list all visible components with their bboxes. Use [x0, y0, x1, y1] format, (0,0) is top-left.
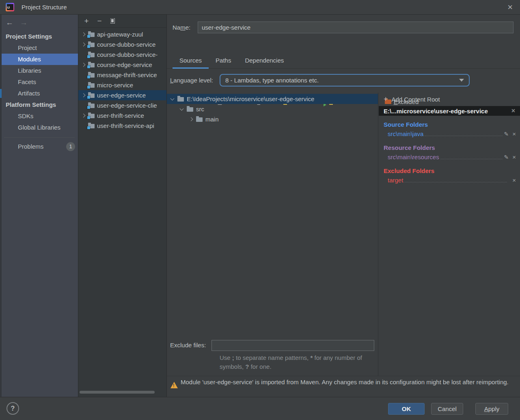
module-label: message-thrift-service — [97, 71, 157, 78]
chevron-right-icon[interactable] — [189, 117, 193, 121]
ok-button[interactable]: OK — [388, 403, 425, 415]
dotted-leader — [440, 159, 503, 159]
sidebar-item-facets[interactable]: Facets — [2, 76, 78, 88]
chevron-down-icon — [459, 79, 464, 82]
source-folders-heading: Source Folders — [384, 121, 516, 129]
edit-pencil-icon[interactable]: ✎ — [504, 154, 509, 160]
sidebar-item-libraries[interactable]: Libraries — [2, 65, 78, 76]
folder-icon — [187, 107, 193, 112]
tab-paths[interactable]: Paths — [209, 54, 238, 68]
folder-icon — [196, 117, 203, 122]
module-list-panel: + − api-gateway-zuul course-dubbo-servic… — [78, 15, 167, 397]
tab-dependencies[interactable]: Dependencies — [238, 54, 291, 68]
module-icon — [88, 63, 95, 67]
exclude-files-label: Exclude files: — [170, 340, 206, 351]
module-label: api-gateway-zuul — [97, 31, 143, 38]
tree-row-label: main — [205, 116, 219, 123]
module-icon — [88, 43, 95, 47]
warning-icon — [170, 382, 178, 388]
maven-warning: Module 'user-edge-service' is imported f… — [167, 376, 520, 397]
source-folder-entry[interactable]: src\main\java ✎ × — [384, 129, 516, 139]
tree-row-main[interactable]: main — [167, 114, 378, 124]
add-content-root-button[interactable]: + Add Content Root — [379, 93, 520, 106]
module-icon — [88, 83, 95, 88]
excluded-folders-heading: Excluded Folders — [384, 167, 516, 175]
module-row[interactable]: user-edge-service-clie — [78, 100, 166, 110]
sidebar-item-modules[interactable]: Modules — [2, 54, 78, 65]
project-structure-dialog: Project Structure × ← → Project Settings… — [0, 0, 520, 420]
module-row-selected[interactable]: user-edge-service — [78, 90, 166, 100]
window-title: Project Structure — [22, 4, 67, 11]
sidebar-item-artifacts[interactable]: Artifacts — [2, 88, 78, 99]
module-row[interactable]: user-thrift-service — [78, 110, 166, 121]
remove-content-root-icon[interactable]: × — [511, 107, 515, 115]
resource-folders-heading: Resource Folders — [384, 144, 516, 152]
chevron-right-icon[interactable] — [82, 63, 86, 67]
language-level-value: 8 - Lambdas, type annotations etc. — [225, 77, 319, 84]
sidebar-item-project[interactable]: Project — [2, 42, 78, 54]
tree-row-label: src — [196, 106, 204, 113]
module-label: user-edge-service — [97, 92, 146, 99]
module-row[interactable]: course-dubbo-service- — [78, 50, 166, 60]
remove-folder-icon[interactable]: × — [512, 130, 516, 137]
content-root-path: E:\...microservice\user-edge-service — [384, 108, 488, 115]
module-row[interactable]: micro-service — [78, 80, 166, 90]
folder-path[interactable]: target — [388, 177, 403, 184]
module-row[interactable]: api-gateway-zuul — [78, 29, 166, 39]
tab-sources[interactable]: Sources — [173, 54, 209, 68]
section-header-project-settings: Project Settings — [2, 31, 78, 42]
chevron-right-icon[interactable] — [82, 93, 86, 97]
module-row[interactable]: message-thrift-service — [78, 70, 166, 80]
excluded-folder-entry[interactable]: target × — [384, 175, 516, 185]
edit-pencil-icon[interactable]: ✎ — [504, 131, 509, 137]
section-header-platform-settings: Platform Settings — [2, 99, 78, 110]
folder-path[interactable]: src\main\java — [388, 130, 423, 137]
module-editor: Name: Sources Paths Dependencies Languag… — [167, 15, 520, 397]
sidebar-divider — [4, 137, 75, 138]
module-label: course-dubbo-service- — [97, 51, 158, 58]
content-root-panel: + Add Content Root E:\...microservice\us… — [379, 93, 520, 376]
title-bar: Project Structure × — [0, 0, 520, 15]
sidebar-item-sdks[interactable]: SDKs — [2, 110, 78, 122]
chevron-down-icon[interactable] — [180, 106, 184, 110]
chevron-right-icon[interactable] — [82, 43, 86, 47]
remove-folder-icon[interactable]: × — [512, 177, 516, 184]
sidebar-item-global-libraries[interactable]: Global Libraries — [2, 122, 78, 133]
language-level-dropdown[interactable]: 8 - Lambdas, type annotations etc. — [220, 74, 470, 87]
tree-row-src[interactable]: src — [167, 104, 378, 114]
tab-bar: Sources Paths Dependencies — [167, 54, 520, 69]
forward-arrow-icon: → — [20, 18, 28, 27]
cancel-button[interactable]: Cancel — [431, 403, 463, 415]
tree-row-content-root[interactable]: E:\IdeaProjects\microservice\user-edge-s… — [167, 94, 378, 104]
chevron-right-icon[interactable] — [82, 32, 86, 37]
module-name-input[interactable] — [198, 22, 514, 33]
remove-folder-icon[interactable]: × — [512, 154, 516, 160]
module-icon — [88, 114, 95, 118]
back-arrow-icon[interactable]: ← — [6, 18, 13, 27]
help-button[interactable]: ? — [6, 402, 19, 415]
module-label: micro-service — [97, 82, 133, 89]
dotted-leader — [425, 136, 502, 136]
add-module-icon[interactable]: + — [83, 17, 90, 26]
copy-module-icon[interactable] — [110, 18, 115, 24]
source-tree-panel: E:\IdeaProjects\microservice\user-edge-s… — [167, 93, 378, 376]
module-row[interactable]: course-dubbo-service — [78, 39, 166, 50]
plus-icon: + — [384, 95, 388, 104]
sidebar-item-problems[interactable]: Problems 1 — [2, 141, 78, 152]
horizontal-scrollbar[interactable] — [80, 391, 155, 394]
module-icon — [88, 104, 95, 108]
chevron-right-icon[interactable] — [82, 114, 86, 118]
module-toolbar: + − — [78, 15, 166, 28]
problems-count-badge: 1 — [66, 142, 75, 151]
module-row[interactable]: course-edge-service — [78, 60, 166, 70]
remove-module-icon[interactable]: − — [96, 17, 103, 26]
module-row[interactable]: user-thrift-service-api — [78, 121, 166, 131]
language-level-label: Language level: — [170, 74, 213, 87]
chevron-down-icon[interactable] — [170, 96, 175, 100]
resource-folder-entry[interactable]: src\main\resources ✎ × — [384, 152, 516, 162]
apply-button[interactable]: Apply — [475, 403, 508, 415]
problems-label: Problems — [18, 143, 43, 150]
folder-path[interactable]: src\main\resources — [388, 154, 439, 160]
close-icon[interactable]: × — [507, 2, 513, 13]
exclude-files-input[interactable] — [211, 340, 374, 351]
